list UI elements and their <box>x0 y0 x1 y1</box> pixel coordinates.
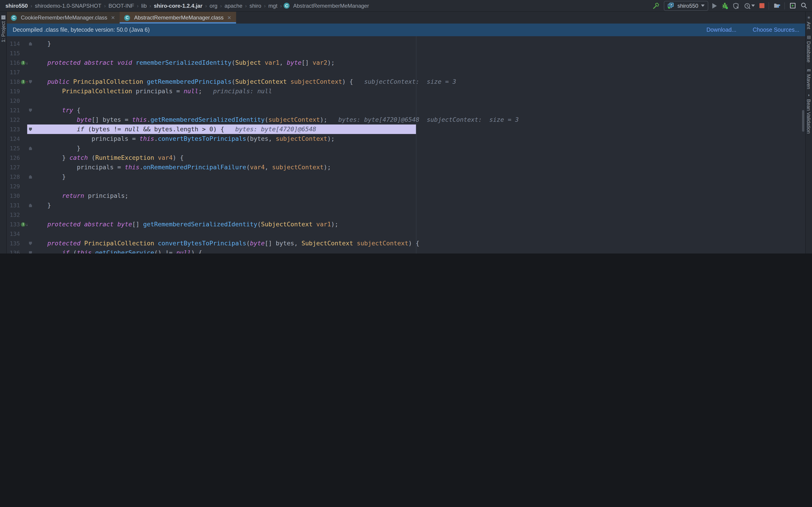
debugger-inline-hint: bytes: byte[4720]@6548 <box>224 125 316 133</box>
code-line[interactable]: 125 } <box>6 144 806 153</box>
sidebar-item-database[interactable]: ▤Database <box>806 35 812 62</box>
run-with-coverage-button[interactable] <box>732 2 740 9</box>
fold-marker[interactable] <box>29 42 32 46</box>
line-number: 114 <box>6 40 20 47</box>
code-text: protected abstract void rememberSerializ… <box>33 58 806 67</box>
editor-tab[interactable]: CAbstractRememberMeManager.class✕ <box>120 12 236 23</box>
code-line[interactable]: 132 <box>6 210 806 220</box>
code-line[interactable]: 130 return principals; <box>6 191 806 201</box>
breadcrumb-item[interactable]: shiro550 <box>5 2 29 9</box>
choose-sources-link[interactable]: Choose Sources... <box>753 27 799 33</box>
fold-slot <box>28 241 33 245</box>
code-line[interactable]: 120 <box>6 96 806 106</box>
code-line[interactable]: 122 byte[] bytes = this.getRememberedSer… <box>6 115 806 124</box>
profiler-button[interactable] <box>744 2 755 9</box>
editor-tab[interactable]: CCookieRememberMeManager.class✕ <box>6 12 120 23</box>
run-anything-icon[interactable] <box>789 2 796 9</box>
editor-tabbar: CCookieRememberMeManager.class✕CAbstract… <box>6 12 806 24</box>
database-icon: ▤ <box>807 35 811 39</box>
sidebar-item-bean-validation[interactable]: ◗Bean Validation <box>806 93 812 134</box>
code-line[interactable]: 136 if (this.getCipherService() != null)… <box>6 248 806 253</box>
breadcrumb-item[interactable]: AbstractRememberMeManager <box>292 2 370 9</box>
run-configuration-select[interactable]: shiro550 <box>664 1 708 11</box>
debugger-inline-hint: bytes: byte[4720]@6548 subjectContext: s… <box>327 116 519 123</box>
code-line[interactable]: 134 <box>6 229 806 238</box>
fold-marker[interactable] <box>29 80 32 83</box>
breadcrumb-item[interactable]: shiro <box>249 2 262 9</box>
fold-marker[interactable] <box>29 147 32 150</box>
code-line[interactable]: 129 <box>6 181 806 191</box>
code-line[interactable]: 115 <box>6 48 806 58</box>
code-text: protected abstract byte[] getRememberedS… <box>33 220 806 229</box>
breadcrumb-item[interactable]: BOOT-INF <box>108 2 135 9</box>
code-line[interactable]: 121 try { <box>6 106 806 115</box>
breadcrumb-separator: › <box>30 3 33 8</box>
banner-text: Decompiled .class file, bytecode version… <box>13 27 150 33</box>
breadcrumb-item[interactable]: shirodemo-1.0-SNAPSHOT <box>34 2 102 9</box>
line-number: 124 <box>6 135 20 142</box>
search-everywhere-icon[interactable] <box>800 2 807 9</box>
breadcrumb-separator: › <box>245 3 247 8</box>
line-number: 126 <box>6 154 20 161</box>
code-line[interactable]: 131 } <box>6 201 806 210</box>
debugger-inline-hint: principals: null <box>202 88 272 95</box>
code-text: return principals; <box>33 191 806 201</box>
fold-marker[interactable] <box>29 241 32 245</box>
close-icon[interactable]: ✕ <box>227 15 231 20</box>
fold-marker[interactable] <box>29 108 32 112</box>
build-hammer-icon[interactable] <box>653 2 660 9</box>
line-number: 119 <box>6 88 20 95</box>
run-toolbar: shiro550 <box>653 1 807 11</box>
stop-button[interactable] <box>759 3 764 8</box>
code-line[interactable]: 118I↑ public PrincipalCollection getReme… <box>6 77 806 87</box>
close-icon[interactable]: ✕ <box>111 15 115 20</box>
code-editor[interactable]: 114 }115116I↓ protected abstract void re… <box>6 36 806 253</box>
code-line[interactable]: 116I↓ protected abstract void rememberSe… <box>6 58 806 67</box>
code-line[interactable]: 124 principals = this.convertBytesToPrin… <box>6 134 806 144</box>
editor-scrollbar[interactable] <box>802 110 804 132</box>
breadcrumb-separator: › <box>220 3 222 8</box>
line-number: 122 <box>6 116 20 123</box>
line-number: 123 <box>6 126 20 133</box>
breadcrumb-separator: › <box>263 3 266 8</box>
toolbar-divider <box>784 2 785 9</box>
project-structure-icon[interactable] <box>773 2 780 9</box>
editor-tab-label: CookieRememberMeManager.class <box>21 14 107 21</box>
fold-marker[interactable] <box>29 251 32 253</box>
code-line[interactable]: 133I↓ protected abstract byte[] getRemem… <box>6 220 806 229</box>
line-number: 116 <box>6 59 20 66</box>
sidebar-item-ant[interactable]: ✳Ant <box>806 15 812 29</box>
code-line[interactable]: 128 } <box>6 172 806 181</box>
code-line[interactable]: 126 } catch (RuntimeException var4) { <box>6 153 806 163</box>
code-text: public PrincipalCollection getRemembered… <box>33 77 806 87</box>
code-text: } <box>33 172 806 181</box>
code-line[interactable]: 117 <box>6 67 806 77</box>
code-line[interactable]: 114 } <box>6 39 806 48</box>
debug-button[interactable] <box>721 2 728 9</box>
download-link[interactable]: Download... <box>706 27 736 33</box>
breadcrumb: shiro550›shirodemo-1.0-SNAPSHOT›BOOT-INF… <box>5 2 370 9</box>
line-number: 133 <box>6 221 20 228</box>
code-line[interactable]: 135 protected PrincipalCollection conver… <box>6 238 806 248</box>
breadcrumb-item[interactable]: shiro-core-1.2.4.jar <box>153 2 203 9</box>
code-text: } <box>33 201 806 210</box>
sidebar-item-project[interactable]: 1: Project <box>0 15 6 42</box>
class-icon: C <box>11 15 17 20</box>
code-line[interactable]: 123 if (bytes != null && bytes.length > … <box>6 124 806 134</box>
left-tool-window-stripe: 1: Project7: Structure2: Favorites★ <box>0 12 7 253</box>
breadcrumb-item[interactable]: lib <box>141 2 148 9</box>
breadcrumb-item[interactable]: org <box>209 2 218 9</box>
chevron-down-icon <box>751 5 755 7</box>
breadcrumb-item[interactable]: mgt <box>267 2 278 9</box>
breadcrumb-item[interactable]: apache <box>223 2 243 9</box>
code-line[interactable]: 127 principals = this.onRememberedPrinci… <box>6 163 806 172</box>
breadcrumb-separator: › <box>280 3 282 8</box>
chevron-down-icon <box>701 5 705 7</box>
sidebar-item-maven[interactable]: mMaven <box>806 68 812 89</box>
fold-slot <box>28 147 33 150</box>
run-button[interactable] <box>712 3 717 8</box>
code-line[interactable]: 119 PrincipalCollection principals = nul… <box>6 87 806 96</box>
fold-marker[interactable] <box>29 127 32 131</box>
fold-marker[interactable] <box>29 175 32 179</box>
fold-marker[interactable] <box>29 204 32 207</box>
